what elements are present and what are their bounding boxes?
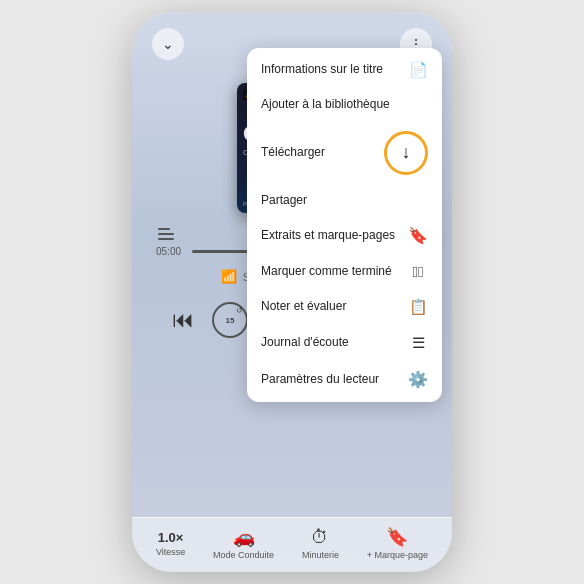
timer-icon: ⏱ [311,527,329,548]
phone-screen: ⌄ ⋮ audib OR ORIGIN PATR [132,12,452,572]
info-doc-icon: 📄 [408,61,428,79]
speed-value: 1.0× [158,530,184,545]
menu-bookmarks-label: Extraits et marque-pages [261,228,400,244]
menu-item-info[interactable]: Informations sur le titre 📄 [247,52,442,88]
current-time: 05:00 [156,246,184,257]
menu-item-library[interactable]: Ajouter à la bibliothèque [247,88,442,122]
bookmark-button[interactable]: 🔖 + Marque-page [367,526,428,560]
menu-journal-label: Journal d'écoute [261,335,400,351]
car-icon: 🚗 [233,526,255,548]
rewind-label: 15 [226,316,235,325]
skip-to-start-button[interactable]: ⏮ [172,307,194,333]
dropdown-menu: Informations sur le titre 📄 Ajouter à la… [247,48,442,402]
download-icon: ↓ [384,131,428,175]
rate-icon: 📋 [408,298,428,316]
bookmark-label: + Marque-page [367,550,428,560]
menu-share-label: Partager [261,193,428,209]
menu-item-rate[interactable]: Noter et évaluer 📋 [247,289,442,325]
speed-label: Vitesse [156,547,185,557]
rewind-icon: ↺ [236,306,243,315]
menu-item-mark-done[interactable]: Marquer comme terminé ✓⃝ [247,254,442,289]
phone-frame: ⌄ ⋮ audib OR ORIGIN PATR [132,12,452,572]
menu-library-label: Ajouter à la bibliothèque [261,97,428,113]
menu-done-label: Marquer comme terminé [261,264,400,280]
chevron-down-icon: ⌄ [162,36,174,52]
menu-settings-label: Paramètres du lecteur [261,372,400,388]
menu-item-journal[interactable]: Journal d'écoute ☰︎ [247,325,442,361]
menu-item-download[interactable]: Télécharger ↓ [247,122,442,184]
timer-button[interactable]: ⏱ Minuterie [302,527,339,560]
menu-item-settings[interactable]: Paramètres du lecteur ⚙️ [247,361,442,398]
menu-lines-icon [156,226,176,242]
chevron-down-button[interactable]: ⌄ [152,28,184,60]
speed-button[interactable]: 1.0× Vitesse [156,530,185,557]
rewind-15-button[interactable]: ↺ 15 [212,302,248,338]
bookmark-icon: 🔖 [386,526,408,548]
drive-label: Mode Conduite [213,550,274,560]
journal-icon: ☰︎ [408,334,428,352]
drive-mode-button[interactable]: 🚗 Mode Conduite [213,526,274,560]
gear-icon: ⚙️ [408,370,428,389]
check-circle-icon: ✓⃝ [408,263,428,280]
menu-rate-label: Noter et évaluer [261,299,400,315]
timer-label: Minuterie [302,550,339,560]
menu-info-label: Informations sur le titre [261,62,400,78]
menu-item-bookmarks[interactable]: Extraits et marque-pages 🔖 [247,217,442,254]
menu-item-share[interactable]: Partager [247,184,442,218]
menu-download-label: Télécharger [261,145,376,161]
bookmarks-icon: 🔖 [408,226,428,245]
skip-start-icon: ⏮ [172,307,194,333]
bluetooth-icon: 📶 [221,269,237,284]
bottom-nav: 1.0× Vitesse 🚗 Mode Conduite ⏱ Minuterie… [132,517,452,572]
